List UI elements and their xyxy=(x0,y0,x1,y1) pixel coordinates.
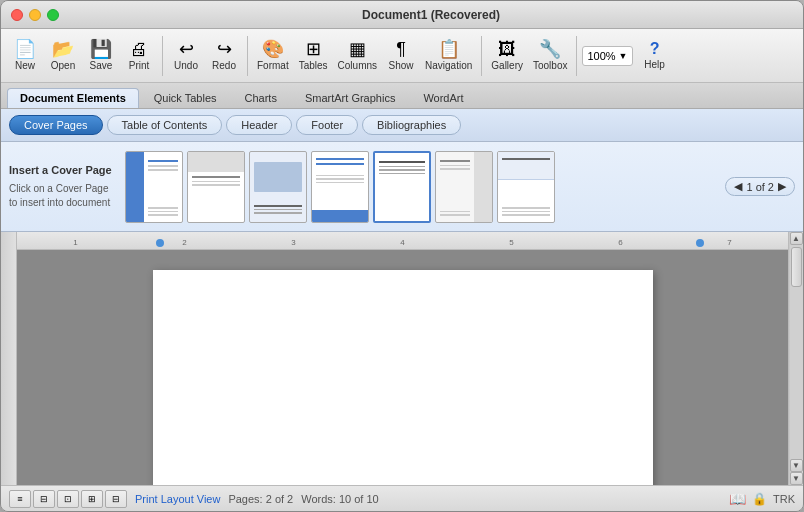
ruler-left xyxy=(1,232,17,485)
subtab-toc[interactable]: Table of Contents xyxy=(107,115,223,135)
scroll-down-button-1[interactable]: ▼ xyxy=(790,459,803,472)
main-area: 1234567 ▲ ▼ ▼ xyxy=(1,232,803,485)
print-label: Print xyxy=(129,60,150,71)
scroll-up-button[interactable]: ▲ xyxy=(790,232,803,245)
new-button[interactable]: 📄 New xyxy=(7,38,43,73)
show-button[interactable]: ¶ Show xyxy=(383,38,419,73)
cover-detail-label: Click on a Cover Page to insert into doc… xyxy=(9,182,119,210)
redo-icon: ↪ xyxy=(217,40,232,58)
main-window: Document1 (Recovered) 📄 New 📂 Open 💾 Sav… xyxy=(0,0,804,512)
save-icon: 💾 xyxy=(90,40,112,58)
tables-label: Tables xyxy=(299,60,328,71)
redo-button[interactable]: ↪ Redo xyxy=(206,38,242,73)
prev-page-icon[interactable]: ◀ xyxy=(734,180,742,193)
close-button[interactable] xyxy=(11,9,23,21)
ruler-top: 1234567 xyxy=(17,232,788,250)
title-bar: Document1 (Recovered) xyxy=(1,1,803,29)
format-icon: 🎨 xyxy=(262,40,284,58)
document-page xyxy=(153,270,653,485)
help-icon: ? xyxy=(650,41,660,57)
separator-2 xyxy=(247,36,248,76)
words-value: 10 of 10 xyxy=(339,493,379,505)
cover-thumb-7[interactable] xyxy=(497,151,555,223)
ribbon-tab-bar: Document Elements Quick Tables Charts Sm… xyxy=(1,83,803,109)
show-icon: ¶ xyxy=(396,40,406,58)
toolbox-label: Toolbox xyxy=(533,60,567,71)
view-btn-2[interactable]: ⊟ xyxy=(33,490,55,508)
gallery-label: Gallery xyxy=(491,60,523,71)
scroll-down-button-2[interactable]: ▼ xyxy=(790,472,803,485)
tab-smartart[interactable]: SmartArt Graphics xyxy=(292,88,408,108)
words-key: Words: xyxy=(301,493,336,505)
pages-key: Pages: xyxy=(228,493,262,505)
format-button[interactable]: 🎨 Format xyxy=(253,38,293,73)
scroll-thumb[interactable] xyxy=(791,247,802,287)
save-label: Save xyxy=(90,60,113,71)
lock-icon: 🔒 xyxy=(752,492,767,506)
toolbox-icon: 🔧 xyxy=(539,40,561,58)
cover-thumb-5[interactable] xyxy=(373,151,431,223)
subtab-bibliographies[interactable]: Bibliographies xyxy=(362,115,461,135)
trk-badge: TRK xyxy=(773,493,795,505)
open-button[interactable]: 📂 Open xyxy=(45,38,81,73)
view-btn-5[interactable]: ⊟ xyxy=(105,490,127,508)
tab-document-elements[interactable]: Document Elements xyxy=(7,88,139,108)
undo-label: Undo xyxy=(174,60,198,71)
next-page-icon[interactable]: ▶ xyxy=(778,180,786,193)
tables-icon: ⊞ xyxy=(306,40,321,58)
print-layout-view-link[interactable]: Print Layout View xyxy=(135,493,220,505)
cover-thumb-6[interactable] xyxy=(435,151,493,223)
cover-thumb-3[interactable] xyxy=(249,151,307,223)
open-label: Open xyxy=(51,60,75,71)
page-pagination[interactable]: ◀ 1 of 2 ▶ xyxy=(725,177,795,196)
gallery-button[interactable]: 🖼 Gallery xyxy=(487,38,527,73)
navigation-icon: 📋 xyxy=(438,40,460,58)
scroll-track[interactable] xyxy=(790,245,803,459)
navigation-button[interactable]: 📋 Navigation xyxy=(421,38,476,73)
document-viewport[interactable] xyxy=(17,250,788,485)
view-btn-1[interactable]: ≡ xyxy=(9,490,31,508)
undo-icon: ↩ xyxy=(179,40,194,58)
tab-charts[interactable]: Charts xyxy=(232,88,290,108)
subtab-cover-pages[interactable]: Cover Pages xyxy=(9,115,103,135)
columns-button[interactable]: ▦ Columns xyxy=(334,38,381,73)
pages-value: 2 of 2 xyxy=(266,493,294,505)
scrollbar-right: ▲ ▼ ▼ xyxy=(788,232,803,485)
cover-thumb-4[interactable] xyxy=(311,151,369,223)
new-label: New xyxy=(15,60,35,71)
toolbox-button[interactable]: 🔧 Toolbox xyxy=(529,38,571,73)
cover-thumb-1[interactable] xyxy=(125,151,183,223)
undo-button[interactable]: ↩ Undo xyxy=(168,38,204,73)
subtab-footer[interactable]: Footer xyxy=(296,115,358,135)
pages-label: Pages: 2 of 2 xyxy=(228,493,293,505)
minimize-button[interactable] xyxy=(29,9,41,21)
ruler-right-handle[interactable] xyxy=(696,239,704,247)
maximize-button[interactable] xyxy=(47,9,59,21)
pagination-label: 1 of 2 xyxy=(746,181,774,193)
tab-quick-tables[interactable]: Quick Tables xyxy=(141,88,230,108)
print-button[interactable]: 🖨 Print xyxy=(121,38,157,73)
zoom-display[interactable]: 100% ▼ xyxy=(582,46,632,66)
cover-thumbnails-container xyxy=(125,151,719,223)
cover-thumb-2[interactable] xyxy=(187,151,245,223)
words-label: Words: 10 of 10 xyxy=(301,493,378,505)
doc-elements-ribbon: Cover Pages Table of Contents Header Foo… xyxy=(1,109,803,142)
tab-wordart[interactable]: WordArt xyxy=(410,88,476,108)
help-button[interactable]: ? Help xyxy=(637,39,673,72)
help-label: Help xyxy=(644,59,665,70)
columns-label: Columns xyxy=(338,60,377,71)
separator-1 xyxy=(162,36,163,76)
open-icon: 📂 xyxy=(52,40,74,58)
show-label: Show xyxy=(389,60,414,71)
tables-button[interactable]: ⊞ Tables xyxy=(295,38,332,73)
view-btn-3[interactable]: ⊡ xyxy=(57,490,79,508)
format-label: Format xyxy=(257,60,289,71)
subtab-header[interactable]: Header xyxy=(226,115,292,135)
new-icon: 📄 xyxy=(14,40,36,58)
window-title: Document1 (Recovered) xyxy=(69,8,793,22)
print-icon: 🖨 xyxy=(130,40,148,58)
toolbar: 📄 New 📂 Open 💾 Save 🖨 Print ↩ Undo ↪ Red… xyxy=(1,29,803,83)
view-btn-4[interactable]: ⊞ xyxy=(81,490,103,508)
save-button[interactable]: 💾 Save xyxy=(83,38,119,73)
gallery-icon: 🖼 xyxy=(498,40,516,58)
